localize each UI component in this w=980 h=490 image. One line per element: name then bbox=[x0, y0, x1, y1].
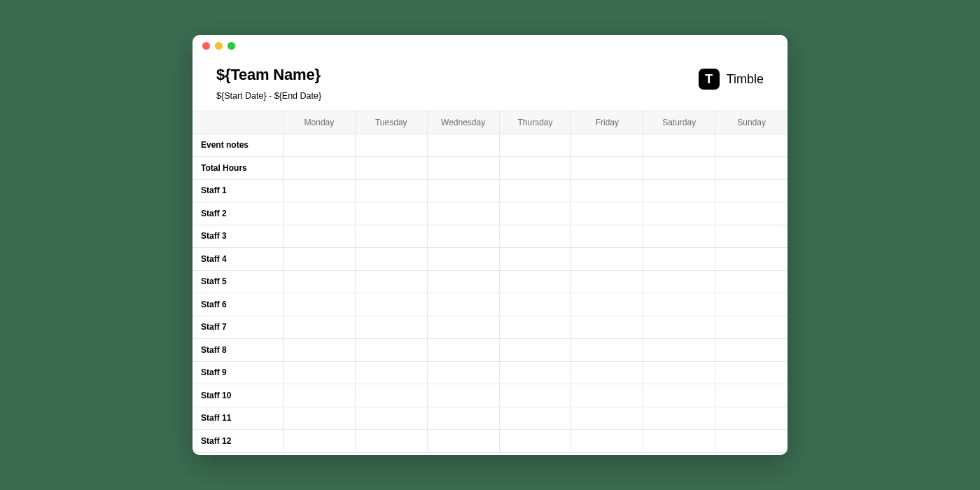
table-cell[interactable] bbox=[715, 248, 788, 271]
table-cell[interactable] bbox=[356, 407, 428, 430]
table-cell[interactable] bbox=[284, 202, 356, 225]
table-cell[interactable] bbox=[715, 225, 788, 248]
table-cell[interactable] bbox=[428, 407, 500, 430]
table-cell[interactable] bbox=[428, 225, 500, 248]
table-cell[interactable] bbox=[428, 316, 500, 340]
table-cell[interactable] bbox=[571, 293, 643, 316]
table-cell[interactable] bbox=[356, 362, 428, 385]
table-cell[interactable] bbox=[571, 430, 643, 453]
table-cell[interactable] bbox=[284, 225, 356, 248]
table-cell[interactable] bbox=[571, 180, 643, 203]
table-cell[interactable] bbox=[356, 225, 428, 248]
table-cell[interactable] bbox=[500, 271, 572, 294]
table-cell[interactable] bbox=[284, 384, 356, 407]
table-cell[interactable] bbox=[428, 384, 500, 407]
table-cell[interactable] bbox=[571, 407, 643, 430]
table-cell[interactable] bbox=[284, 157, 356, 180]
table-cell[interactable] bbox=[356, 271, 428, 294]
table-cell[interactable] bbox=[356, 248, 428, 271]
table-cell[interactable] bbox=[643, 225, 715, 248]
table-cell[interactable] bbox=[571, 316, 643, 340]
table-cell[interactable] bbox=[428, 248, 500, 271]
table-cell[interactable] bbox=[571, 202, 643, 225]
table-cell[interactable] bbox=[571, 225, 643, 248]
table-cell[interactable] bbox=[643, 384, 715, 407]
table-cell[interactable] bbox=[284, 362, 356, 385]
table-cell[interactable] bbox=[643, 362, 715, 385]
table-cell[interactable] bbox=[643, 202, 715, 225]
table-cell[interactable] bbox=[428, 339, 500, 362]
table-cell[interactable] bbox=[715, 316, 788, 340]
table-cell[interactable] bbox=[356, 339, 428, 362]
table-cell[interactable] bbox=[643, 407, 715, 430]
table-cell[interactable] bbox=[571, 248, 643, 271]
table-cell[interactable] bbox=[643, 180, 715, 203]
table-cell[interactable] bbox=[428, 180, 500, 203]
table-cell[interactable] bbox=[284, 407, 356, 430]
table-cell[interactable] bbox=[284, 430, 356, 453]
table-cell[interactable] bbox=[500, 202, 572, 225]
table-cell[interactable] bbox=[356, 180, 428, 203]
table-cell[interactable] bbox=[428, 362, 500, 385]
table-cell[interactable] bbox=[715, 202, 788, 225]
table-cell[interactable] bbox=[643, 316, 715, 340]
table-cell[interactable] bbox=[643, 134, 715, 158]
table-cell[interactable] bbox=[284, 271, 356, 294]
table-cell[interactable] bbox=[500, 407, 572, 430]
table-cell[interactable] bbox=[428, 157, 500, 180]
table-cell[interactable] bbox=[356, 293, 428, 316]
table-cell[interactable] bbox=[284, 134, 356, 158]
table-cell[interactable] bbox=[715, 362, 788, 385]
table-cell[interactable] bbox=[428, 271, 500, 294]
table-cell[interactable] bbox=[500, 248, 572, 271]
table-cell[interactable] bbox=[715, 293, 788, 316]
table-cell[interactable] bbox=[643, 271, 715, 294]
table-cell[interactable] bbox=[500, 362, 572, 385]
table-cell[interactable] bbox=[284, 248, 356, 271]
table-cell[interactable] bbox=[356, 384, 428, 407]
table-cell[interactable] bbox=[643, 293, 715, 316]
table-cell[interactable] bbox=[715, 430, 788, 453]
minimize-icon[interactable] bbox=[215, 42, 223, 50]
table-cell[interactable] bbox=[500, 316, 572, 340]
table-cell[interactable] bbox=[715, 157, 788, 180]
table-cell[interactable] bbox=[500, 430, 572, 453]
table-cell[interactable] bbox=[571, 362, 643, 385]
table-cell[interactable] bbox=[284, 180, 356, 203]
table-cell[interactable] bbox=[356, 134, 428, 158]
table-cell[interactable] bbox=[643, 339, 715, 362]
table-cell[interactable] bbox=[356, 202, 428, 225]
table-cell[interactable] bbox=[715, 339, 788, 362]
table-cell[interactable] bbox=[643, 248, 715, 271]
table-cell[interactable] bbox=[715, 384, 788, 407]
table-cell[interactable] bbox=[500, 384, 572, 407]
table-cell[interactable] bbox=[571, 157, 643, 180]
table-cell[interactable] bbox=[500, 157, 572, 180]
table-cell[interactable] bbox=[356, 157, 428, 180]
close-icon[interactable] bbox=[202, 42, 210, 50]
table-cell[interactable] bbox=[284, 339, 356, 362]
table-cell[interactable] bbox=[428, 293, 500, 316]
table-cell[interactable] bbox=[428, 134, 500, 158]
table-cell[interactable] bbox=[643, 157, 715, 180]
table-cell[interactable] bbox=[356, 316, 428, 340]
table-cell[interactable] bbox=[284, 293, 356, 316]
table-cell[interactable] bbox=[356, 430, 428, 453]
zoom-icon[interactable] bbox=[227, 42, 235, 50]
table-cell[interactable] bbox=[500, 293, 572, 316]
table-cell[interactable] bbox=[428, 430, 500, 453]
table-cell[interactable] bbox=[571, 339, 643, 362]
table-cell[interactable] bbox=[715, 134, 788, 158]
table-cell[interactable] bbox=[284, 316, 356, 340]
table-cell[interactable] bbox=[715, 271, 788, 294]
table-cell[interactable] bbox=[500, 180, 572, 203]
table-cell[interactable] bbox=[571, 271, 643, 294]
table-cell[interactable] bbox=[500, 225, 572, 248]
table-cell[interactable] bbox=[571, 384, 643, 407]
table-cell[interactable] bbox=[571, 134, 643, 158]
table-cell[interactable] bbox=[643, 430, 715, 453]
table-cell[interactable] bbox=[500, 134, 572, 158]
table-cell[interactable] bbox=[715, 180, 788, 203]
table-cell[interactable] bbox=[500, 339, 572, 362]
table-cell[interactable] bbox=[428, 202, 500, 225]
